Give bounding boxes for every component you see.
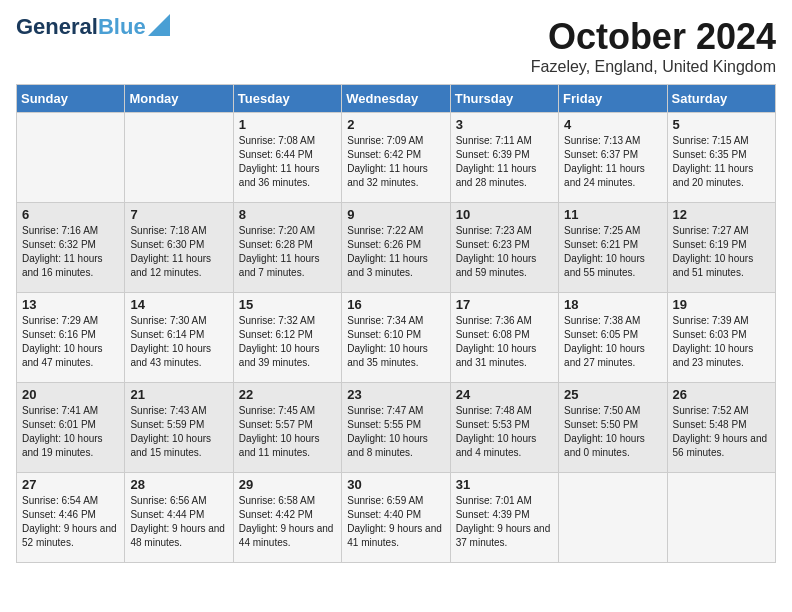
- calendar-week-2: 6Sunrise: 7:16 AMSunset: 6:32 PMDaylight…: [17, 203, 776, 293]
- calendar-cell: 25Sunrise: 7:50 AMSunset: 5:50 PMDayligh…: [559, 383, 667, 473]
- calendar-cell: 20Sunrise: 7:41 AMSunset: 6:01 PMDayligh…: [17, 383, 125, 473]
- cell-details: Sunrise: 7:34 AMSunset: 6:10 PMDaylight:…: [347, 315, 428, 368]
- cell-details: Sunrise: 7:43 AMSunset: 5:59 PMDaylight:…: [130, 405, 211, 458]
- calendar-cell: 21Sunrise: 7:43 AMSunset: 5:59 PMDayligh…: [125, 383, 233, 473]
- day-number: 27: [22, 477, 119, 492]
- day-number: 21: [130, 387, 227, 402]
- day-number: 15: [239, 297, 336, 312]
- day-number: 13: [22, 297, 119, 312]
- cell-details: Sunrise: 7:48 AMSunset: 5:53 PMDaylight:…: [456, 405, 537, 458]
- calendar-cell: 24Sunrise: 7:48 AMSunset: 5:53 PMDayligh…: [450, 383, 558, 473]
- day-number: 31: [456, 477, 553, 492]
- page-header: GeneralBlue October 2024 Fazeley, Englan…: [16, 16, 776, 76]
- cell-details: Sunrise: 6:59 AMSunset: 4:40 PMDaylight:…: [347, 495, 442, 548]
- calendar-cell: 6Sunrise: 7:16 AMSunset: 6:32 PMDaylight…: [17, 203, 125, 293]
- calendar-cell: 14Sunrise: 7:30 AMSunset: 6:14 PMDayligh…: [125, 293, 233, 383]
- calendar-cell: 7Sunrise: 7:18 AMSunset: 6:30 PMDaylight…: [125, 203, 233, 293]
- cell-details: Sunrise: 6:54 AMSunset: 4:46 PMDaylight:…: [22, 495, 117, 548]
- cell-details: Sunrise: 7:09 AMSunset: 6:42 PMDaylight:…: [347, 135, 428, 188]
- calendar-cell: 8Sunrise: 7:20 AMSunset: 6:28 PMDaylight…: [233, 203, 341, 293]
- logo-icon: [148, 14, 170, 36]
- day-number: 11: [564, 207, 661, 222]
- title-block: October 2024 Fazeley, England, United Ki…: [531, 16, 776, 76]
- calendar-cell: 5Sunrise: 7:15 AMSunset: 6:35 PMDaylight…: [667, 113, 775, 203]
- calendar-cell: 16Sunrise: 7:34 AMSunset: 6:10 PMDayligh…: [342, 293, 450, 383]
- calendar-cell: 1Sunrise: 7:08 AMSunset: 6:44 PMDaylight…: [233, 113, 341, 203]
- day-number: 26: [673, 387, 770, 402]
- day-number: 18: [564, 297, 661, 312]
- calendar-body: 1Sunrise: 7:08 AMSunset: 6:44 PMDaylight…: [17, 113, 776, 563]
- cell-details: Sunrise: 7:22 AMSunset: 6:26 PMDaylight:…: [347, 225, 428, 278]
- calendar-cell: 30Sunrise: 6:59 AMSunset: 4:40 PMDayligh…: [342, 473, 450, 563]
- day-header-thursday: Thursday: [450, 85, 558, 113]
- calendar-cell: 11Sunrise: 7:25 AMSunset: 6:21 PMDayligh…: [559, 203, 667, 293]
- cell-details: Sunrise: 7:01 AMSunset: 4:39 PMDaylight:…: [456, 495, 551, 548]
- day-number: 19: [673, 297, 770, 312]
- day-number: 25: [564, 387, 661, 402]
- calendar-cell: [17, 113, 125, 203]
- day-header-saturday: Saturday: [667, 85, 775, 113]
- svg-marker-0: [148, 14, 170, 36]
- cell-details: Sunrise: 7:13 AMSunset: 6:37 PMDaylight:…: [564, 135, 645, 188]
- day-number: 1: [239, 117, 336, 132]
- calendar-cell: 9Sunrise: 7:22 AMSunset: 6:26 PMDaylight…: [342, 203, 450, 293]
- calendar-cell: 22Sunrise: 7:45 AMSunset: 5:57 PMDayligh…: [233, 383, 341, 473]
- day-number: 16: [347, 297, 444, 312]
- day-number: 23: [347, 387, 444, 402]
- day-number: 7: [130, 207, 227, 222]
- month-title: October 2024: [531, 16, 776, 58]
- logo: GeneralBlue: [16, 16, 170, 38]
- cell-details: Sunrise: 7:41 AMSunset: 6:01 PMDaylight:…: [22, 405, 103, 458]
- calendar-cell: 2Sunrise: 7:09 AMSunset: 6:42 PMDaylight…: [342, 113, 450, 203]
- calendar-table: SundayMondayTuesdayWednesdayThursdayFrid…: [16, 84, 776, 563]
- cell-details: Sunrise: 7:15 AMSunset: 6:35 PMDaylight:…: [673, 135, 754, 188]
- calendar-cell: 19Sunrise: 7:39 AMSunset: 6:03 PMDayligh…: [667, 293, 775, 383]
- cell-details: Sunrise: 7:11 AMSunset: 6:39 PMDaylight:…: [456, 135, 537, 188]
- day-number: 29: [239, 477, 336, 492]
- day-header-sunday: Sunday: [17, 85, 125, 113]
- cell-details: Sunrise: 7:36 AMSunset: 6:08 PMDaylight:…: [456, 315, 537, 368]
- calendar-header-row: SundayMondayTuesdayWednesdayThursdayFrid…: [17, 85, 776, 113]
- cell-details: Sunrise: 7:45 AMSunset: 5:57 PMDaylight:…: [239, 405, 320, 458]
- day-header-friday: Friday: [559, 85, 667, 113]
- day-number: 12: [673, 207, 770, 222]
- cell-details: Sunrise: 7:50 AMSunset: 5:50 PMDaylight:…: [564, 405, 645, 458]
- cell-details: Sunrise: 7:23 AMSunset: 6:23 PMDaylight:…: [456, 225, 537, 278]
- day-number: 5: [673, 117, 770, 132]
- calendar-cell: 12Sunrise: 7:27 AMSunset: 6:19 PMDayligh…: [667, 203, 775, 293]
- day-number: 24: [456, 387, 553, 402]
- cell-details: Sunrise: 7:38 AMSunset: 6:05 PMDaylight:…: [564, 315, 645, 368]
- calendar-cell: [559, 473, 667, 563]
- cell-details: Sunrise: 7:32 AMSunset: 6:12 PMDaylight:…: [239, 315, 320, 368]
- calendar-cell: 31Sunrise: 7:01 AMSunset: 4:39 PMDayligh…: [450, 473, 558, 563]
- calendar-cell: 15Sunrise: 7:32 AMSunset: 6:12 PMDayligh…: [233, 293, 341, 383]
- cell-details: Sunrise: 7:25 AMSunset: 6:21 PMDaylight:…: [564, 225, 645, 278]
- calendar-cell: 4Sunrise: 7:13 AMSunset: 6:37 PMDaylight…: [559, 113, 667, 203]
- calendar-cell: 18Sunrise: 7:38 AMSunset: 6:05 PMDayligh…: [559, 293, 667, 383]
- cell-details: Sunrise: 7:08 AMSunset: 6:44 PMDaylight:…: [239, 135, 320, 188]
- day-number: 14: [130, 297, 227, 312]
- calendar-cell: 13Sunrise: 7:29 AMSunset: 6:16 PMDayligh…: [17, 293, 125, 383]
- calendar-cell: 28Sunrise: 6:56 AMSunset: 4:44 PMDayligh…: [125, 473, 233, 563]
- cell-details: Sunrise: 7:16 AMSunset: 6:32 PMDaylight:…: [22, 225, 103, 278]
- day-number: 4: [564, 117, 661, 132]
- calendar-week-3: 13Sunrise: 7:29 AMSunset: 6:16 PMDayligh…: [17, 293, 776, 383]
- day-header-monday: Monday: [125, 85, 233, 113]
- calendar-week-4: 20Sunrise: 7:41 AMSunset: 6:01 PMDayligh…: [17, 383, 776, 473]
- cell-details: Sunrise: 7:27 AMSunset: 6:19 PMDaylight:…: [673, 225, 754, 278]
- cell-details: Sunrise: 7:18 AMSunset: 6:30 PMDaylight:…: [130, 225, 211, 278]
- calendar-cell: [125, 113, 233, 203]
- cell-details: Sunrise: 6:58 AMSunset: 4:42 PMDaylight:…: [239, 495, 334, 548]
- day-header-wednesday: Wednesday: [342, 85, 450, 113]
- day-number: 9: [347, 207, 444, 222]
- logo-text: GeneralBlue: [16, 16, 146, 38]
- calendar-cell: 3Sunrise: 7:11 AMSunset: 6:39 PMDaylight…: [450, 113, 558, 203]
- day-number: 28: [130, 477, 227, 492]
- day-number: 2: [347, 117, 444, 132]
- calendar-cell: 27Sunrise: 6:54 AMSunset: 4:46 PMDayligh…: [17, 473, 125, 563]
- day-number: 20: [22, 387, 119, 402]
- calendar-week-1: 1Sunrise: 7:08 AMSunset: 6:44 PMDaylight…: [17, 113, 776, 203]
- day-number: 6: [22, 207, 119, 222]
- day-number: 3: [456, 117, 553, 132]
- cell-details: Sunrise: 7:20 AMSunset: 6:28 PMDaylight:…: [239, 225, 320, 278]
